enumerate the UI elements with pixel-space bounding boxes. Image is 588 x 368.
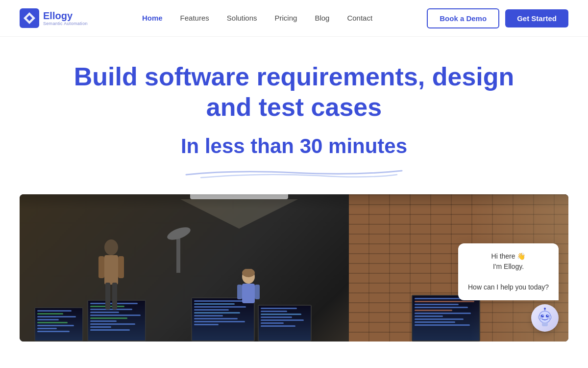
svg-rect-11 [237, 285, 242, 299]
hero-subtitle: In less than 30 minutes [181, 134, 407, 158]
navbar: Ellogy Semantic Automation Home Features… [0, 0, 588, 37]
nav-buttons: Book a Demo Get Started [427, 8, 568, 28]
desk-lamp [176, 234, 180, 273]
book-demo-button[interactable]: Book a Demo [427, 8, 499, 28]
hero-title: Build software requirements, design and … [74, 61, 514, 123]
svg-point-16 [542, 315, 543, 316]
nav-links: Home Features Solutions Pricing Blog Con… [142, 14, 372, 23]
nav-item-blog[interactable]: Blog [315, 14, 329, 23]
chatbot-widget: Hi there 👋 I'm Ellogy. How can I help yo… [458, 243, 559, 332]
logo-text: Ellogy Semantic Automation [43, 10, 88, 26]
nav-link-home[interactable]: Home [142, 14, 163, 22]
svg-rect-10 [242, 284, 255, 303]
chatbot-bubble: Hi there 👋 I'm Ellogy. How can I help yo… [458, 243, 559, 300]
chatbot-intro: I'm Ellogy. [468, 262, 549, 272]
nav-item-features[interactable]: Features [180, 14, 209, 23]
nav-link-contact[interactable]: Contact [347, 14, 372, 22]
chatbot-greeting: Hi there 👋 [468, 251, 549, 262]
svg-rect-21 [539, 315, 541, 319]
logo-tagline: Semantic Automation [43, 21, 88, 26]
monitor-4 [258, 305, 312, 342]
lamp-head [166, 225, 192, 242]
svg-point-19 [544, 308, 546, 310]
chatbot-button[interactable] [531, 304, 559, 332]
nav-link-blog[interactable]: Blog [315, 14, 329, 22]
underline-decoration [172, 166, 416, 181]
logo-name: Ellogy [43, 10, 88, 21]
svg-rect-7 [112, 283, 117, 310]
nav-item-home[interactable]: Home [142, 14, 163, 23]
svg-rect-4 [98, 256, 104, 278]
svg-point-15 [546, 315, 549, 317]
nav-item-contact[interactable]: Contact [347, 14, 372, 23]
svg-rect-5 [118, 256, 124, 278]
person-sitting [235, 269, 262, 323]
svg-rect-2 [104, 255, 118, 285]
svg-rect-22 [549, 315, 551, 319]
svg-point-17 [547, 315, 548, 316]
nav-link-features[interactable]: Features [180, 14, 209, 22]
chatbot-prompt: How can I help you today? [468, 282, 549, 292]
svg-rect-6 [105, 283, 110, 310]
monitor-1 [34, 307, 83, 342]
logo-icon [20, 8, 39, 28]
svg-point-1 [104, 239, 118, 255]
person-standing [96, 238, 127, 312]
svg-point-14 [541, 315, 544, 317]
logo[interactable]: Ellogy Semantic Automation [20, 8, 88, 28]
nav-item-solutions[interactable]: Solutions [227, 14, 257, 23]
hero-section: Build software requirements, design and … [0, 37, 588, 356]
svg-rect-12 [255, 285, 260, 299]
svg-rect-20 [542, 322, 548, 326]
nav-link-solutions[interactable]: Solutions [227, 14, 257, 22]
nav-link-pricing[interactable]: Pricing [275, 14, 297, 22]
hero-image: Hi there 👋 I'm Ellogy. How can I help yo… [20, 194, 568, 342]
nav-item-pricing[interactable]: Pricing [275, 14, 297, 23]
get-started-button[interactable]: Get Started [505, 9, 568, 27]
